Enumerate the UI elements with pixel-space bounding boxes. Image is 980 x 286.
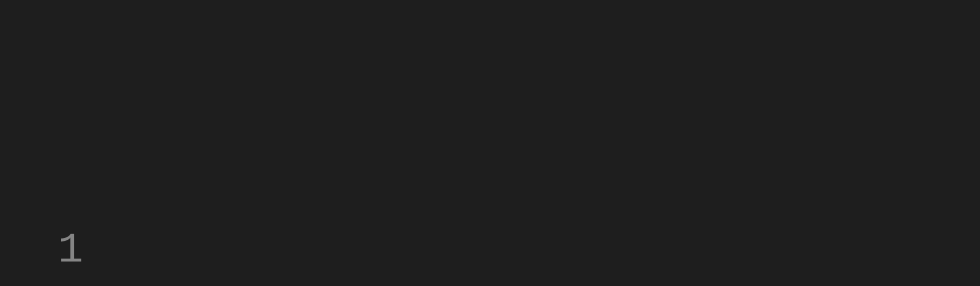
code-line[interactable]: 1 let username: string | null (0, 214, 980, 286)
code-content[interactable]: let username: string | null (125, 214, 808, 286)
line-number: 1 (0, 214, 125, 286)
code-editor[interactable]: 1 let username: string | null 2 username… (0, 0, 980, 286)
